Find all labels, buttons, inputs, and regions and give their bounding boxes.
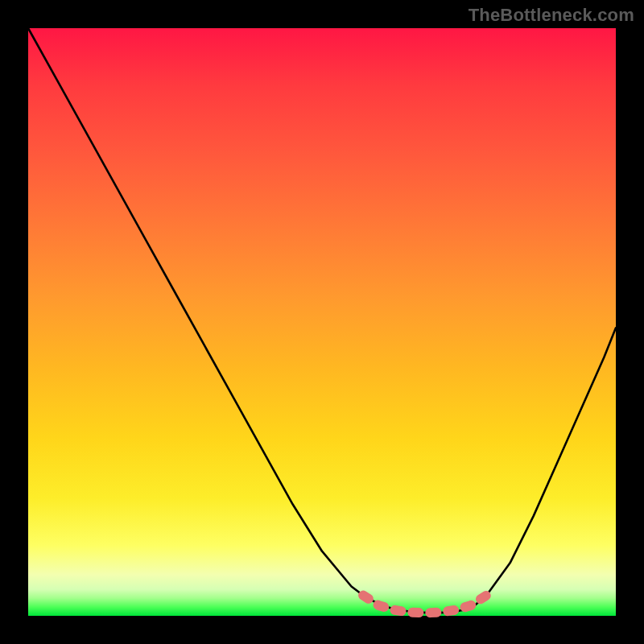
chart-frame: TheBottleneck.com — [0, 0, 644, 644]
optimal-zone-marker — [363, 596, 486, 613]
bottleneck-curve — [28, 28, 616, 613]
chart-svg — [28, 28, 616, 616]
watermark-text: TheBottleneck.com — [469, 5, 634, 26]
